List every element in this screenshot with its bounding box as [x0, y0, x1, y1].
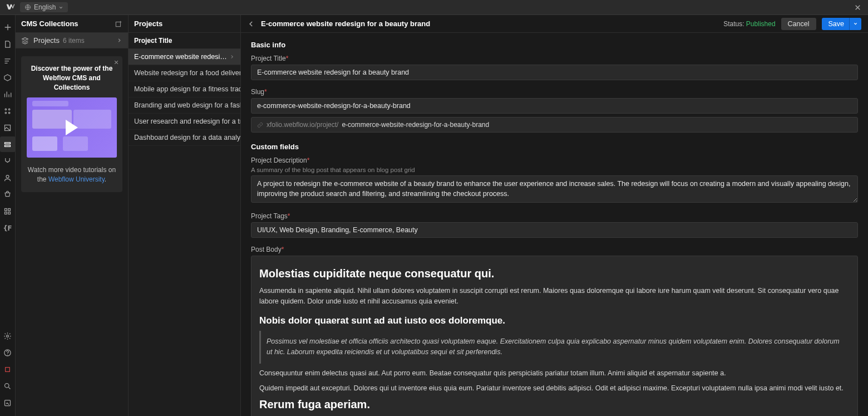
save-dropdown-button[interactable]: [849, 18, 861, 30]
description-label: Project Description*: [251, 156, 858, 164]
slug-url-preview: xfolio.webflow.io/project/e-commerce-web…: [251, 117, 858, 133]
components-icon[interactable]: [0, 70, 16, 85]
settings-icon[interactable]: [0, 328, 16, 344]
post-body-label: Post Body*: [251, 246, 858, 253]
svg-point-13: [7, 354, 8, 355]
slug-label: Slug*: [251, 88, 858, 96]
svg-point-6: [6, 175, 9, 178]
ecommerce-icon[interactable]: [0, 187, 16, 202]
cms-panel-title: CMS Collections: [21, 19, 78, 28]
svg-point-15: [5, 383, 9, 388]
rich-p: Consequuntur enim delectus quasi aut. Au…: [259, 368, 850, 379]
audit-icon[interactable]: [0, 395, 16, 410]
svg-point-11: [7, 335, 9, 337]
top-bar: English: [0, 0, 868, 15]
projects-panel: Projects Project Title E-commerce websit…: [129, 15, 241, 416]
users-icon[interactable]: [0, 170, 16, 185]
project-item-1[interactable]: Website redesign for a food delivery: [129, 65, 240, 81]
cms-collections-panel: CMS Collections Projects 6 items Discove…: [16, 15, 129, 416]
project-title-input[interactable]: [251, 65, 858, 80]
link-icon: [257, 122, 263, 128]
rich-p: Assumenda in sapiente aliquid. Nihil ull…: [259, 286, 850, 307]
editor-title: E-commerce website redesign for a beauty…: [261, 19, 430, 28]
editor-header: E-commerce website redesign for a beauty…: [241, 15, 868, 33]
chevron-right-icon: [116, 37, 122, 43]
svg-rect-8: [8, 208, 11, 211]
project-item-5[interactable]: Dashboard design for a data analytics...: [129, 130, 240, 146]
language-label: English: [34, 3, 56, 11]
finsweet-icon[interactable]: {F: [0, 220, 16, 236]
status-value: Published: [746, 20, 776, 28]
editor-body[interactable]: Basic info Project Title* Slug* xfolio.w…: [241, 33, 868, 416]
rich-blockquote: Possimus vel molestiae et officia offici…: [259, 331, 850, 364]
project-item-4[interactable]: User research and redesign for a trav...: [129, 114, 240, 130]
status-label: Status: Published: [723, 20, 775, 28]
stack-icon: [21, 37, 30, 45]
project-item-2[interactable]: Mobile app design for a fitness tracking: [129, 81, 240, 97]
tags-input[interactable]: [251, 222, 858, 238]
cms-icon[interactable]: [0, 136, 16, 152]
collection-count: 6 items: [63, 37, 85, 45]
logic-icon[interactable]: [0, 153, 16, 169]
svg-rect-10: [8, 212, 11, 214]
slug-input[interactable]: [251, 98, 858, 114]
editor-panel: E-commerce website redesign for a beauty…: [241, 15, 868, 416]
webflow-logo-icon[interactable]: [4, 1, 17, 13]
styles-icon[interactable]: [0, 103, 16, 119]
svg-rect-9: [5, 212, 7, 214]
rich-h2: Rerum fuga aperiam.: [259, 398, 850, 411]
apps-icon[interactable]: [0, 203, 16, 219]
language-selector[interactable]: English: [20, 2, 68, 12]
play-icon: [66, 120, 78, 135]
svg-point-2: [8, 109, 10, 110]
chevron-right-icon: [229, 54, 235, 60]
svg-point-4: [8, 112, 10, 114]
assets-icon[interactable]: [0, 120, 16, 135]
rich-h2: Molestias cupiditate neque consequatur q…: [259, 267, 850, 280]
new-collection-icon[interactable]: [115, 20, 122, 28]
left-icon-rail: {F: [0, 15, 16, 416]
promo-title: Discover the power of the Webflow CMS an…: [27, 64, 117, 92]
promo-card: Discover the power of the Webflow CMS an…: [21, 56, 122, 192]
rich-h3: Nobis dolor quaerat sunt ad aut iusto eo…: [259, 315, 850, 326]
svg-point-1: [5, 109, 7, 110]
section-custom-fields: Custom fields: [251, 143, 858, 151]
svg-rect-7: [5, 208, 7, 211]
navigator-icon[interactable]: [0, 53, 16, 68]
project-title-label: Project Title*: [251, 55, 858, 62]
description-hint: A summary of the blog post that appears …: [251, 167, 858, 173]
rich-p: Quidem impedit aut excepturi. Dolores qu…: [259, 383, 850, 394]
video-stop-icon[interactable]: [0, 361, 16, 377]
help-icon[interactable]: [0, 345, 16, 360]
svg-rect-14: [6, 367, 10, 371]
svg-point-3: [5, 112, 7, 114]
collection-item-projects[interactable]: Projects 6 items: [16, 33, 128, 48]
project-item-3[interactable]: Branding and web design for a fashio...: [129, 97, 240, 114]
add-icon[interactable]: [0, 19, 16, 35]
section-basic-info: Basic info: [251, 41, 858, 49]
page-icon[interactable]: [0, 36, 16, 52]
projects-column-header: Project Title: [129, 33, 240, 49]
promo-footer: Watch more video tutorials on the Webflo…: [27, 165, 117, 184]
promo-close-icon[interactable]: [114, 60, 119, 65]
projects-panel-header: Projects: [129, 15, 240, 33]
back-icon[interactable]: [248, 20, 255, 28]
webflow-university-link[interactable]: Webflow University: [48, 175, 105, 183]
projects-panel-title: Projects: [134, 19, 162, 28]
svg-rect-17: [116, 22, 120, 26]
cancel-button[interactable]: Cancel: [781, 18, 816, 30]
tags-label: Project Tags*: [251, 212, 858, 220]
save-button[interactable]: Save: [822, 18, 851, 30]
collection-name: Projects: [33, 36, 60, 45]
promo-video-thumb[interactable]: [27, 97, 117, 158]
close-icon[interactable]: [851, 1, 864, 13]
variables-icon[interactable]: [0, 86, 16, 102]
post-body-editor[interactable]: Molestias cupiditate neque consequatur q…: [251, 256, 858, 416]
project-item-0[interactable]: E-commerce website redesign for a b...: [129, 49, 240, 65]
description-textarea[interactable]: [251, 175, 858, 203]
search-icon[interactable]: [0, 378, 16, 394]
cms-panel-header: CMS Collections: [16, 15, 128, 33]
